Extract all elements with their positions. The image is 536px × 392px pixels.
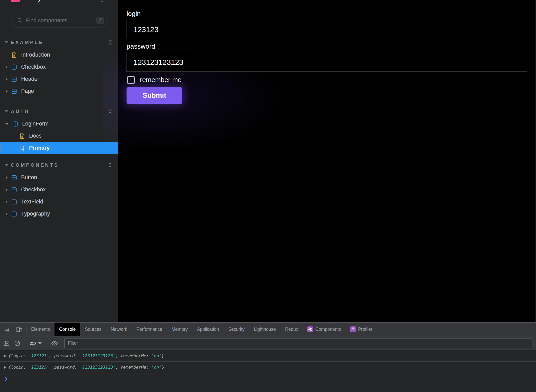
section-components[interactable]: COMPONENTS	[0, 161, 118, 170]
tab-security[interactable]: Security	[224, 323, 249, 336]
toggle-device-toolbar-button[interactable]	[15, 326, 23, 333]
chevron-down-icon	[5, 164, 8, 166]
spacer	[0, 97, 118, 107]
item-label: Docs	[29, 133, 42, 139]
tab-react-components[interactable]: Components	[303, 323, 345, 336]
component-tree: EXAMPLE Introduction Checkbox Header Pag…	[0, 38, 118, 220]
preview-scrollbar[interactable]	[535, 0, 535, 322]
item-label: Header	[21, 76, 39, 82]
login-field[interactable]	[127, 20, 527, 39]
expand-all-icon	[108, 162, 113, 168]
tab-elements[interactable]: Elements	[26, 323, 55, 336]
tab-redux[interactable]: Redux	[280, 323, 303, 336]
separator	[48, 340, 48, 347]
tab-label: Console	[59, 327, 76, 332]
create-live-expression-button[interactable]	[51, 340, 58, 347]
search-icon	[17, 17, 23, 23]
context-selector[interactable]: top	[26, 341, 45, 346]
tab-memory[interactable]: Memory	[167, 323, 192, 336]
sidebar-item-page[interactable]: Page	[0, 85, 118, 97]
remember-me-checkbox[interactable]	[127, 76, 135, 84]
component-icon	[12, 121, 18, 127]
chevron-right-icon[interactable]	[6, 212, 8, 216]
docs-icon	[19, 133, 25, 139]
inspect-cursor-icon	[4, 326, 11, 333]
expand-triangle-icon[interactable]	[4, 354, 6, 358]
brand[interactable]: Storybook	[11, 0, 59, 3]
tab-label: Sources	[85, 327, 101, 332]
sidebar-menu-icon[interactable]: ⌄	[100, 0, 104, 4]
tab-sources[interactable]: Sources	[80, 323, 106, 336]
login-label: login	[127, 10, 527, 18]
chevron-down-icon	[38, 342, 42, 344]
tab-application[interactable]: Application	[192, 323, 224, 336]
storybook-logo-icon	[11, 0, 20, 2]
section-label: COMPONENTS	[11, 162, 107, 168]
console-filter-input[interactable]	[64, 338, 532, 348]
tab-lighthouse[interactable]: Lighthouse	[249, 323, 281, 336]
search-shortcut-badge: /	[96, 17, 104, 24]
context-label: top	[30, 341, 36, 346]
devtools-panel: Elements Console Sources Network Perform…	[0, 322, 536, 392]
tab-performance[interactable]: Performance	[132, 323, 167, 336]
section-example[interactable]: EXAMPLE	[0, 38, 118, 47]
inspect-element-button[interactable]	[4, 326, 11, 333]
tab-label: Memory	[172, 327, 188, 332]
item-label: Typography	[21, 211, 50, 217]
toggle-console-sidebar-button[interactable]	[3, 340, 10, 347]
separator	[25, 340, 25, 347]
tab-label: Redux	[285, 327, 298, 332]
preview-canvas: login password remember me Submit	[118, 0, 536, 322]
tab-react-profiler[interactable]: Profiler	[345, 323, 377, 336]
submit-button[interactable]: Submit	[127, 87, 182, 104]
item-label: LoginForm	[22, 121, 49, 127]
sidebar-item-introduction[interactable]: Introduction	[0, 49, 118, 61]
tab-label: Application	[197, 327, 219, 332]
devtools-tabbar: Elements Console Sources Network Perform…	[0, 323, 536, 336]
chevron-right-icon[interactable]	[6, 77, 8, 81]
react-icon	[350, 326, 356, 332]
eye-icon	[51, 340, 58, 347]
sidebar-item-checkbox-components[interactable]: Checkbox	[0, 184, 118, 196]
spacer	[0, 154, 118, 161]
expand-triangle-icon[interactable]	[4, 366, 6, 369]
expand-all-button[interactable]	[107, 39, 113, 46]
remember-me-row: remember me	[127, 76, 527, 84]
chevron-right-icon[interactable]	[6, 65, 8, 69]
chevron-down-icon[interactable]	[5, 123, 9, 125]
login-form: login password remember me Submit	[127, 10, 527, 104]
sidebar-item-loginform-docs[interactable]: Docs	[0, 130, 118, 142]
expand-all-button[interactable]	[107, 162, 113, 168]
tab-label: Performance	[137, 327, 162, 332]
search-input[interactable]: Find components /	[11, 13, 107, 28]
tab-label: Elements	[31, 327, 50, 332]
clear-console-button[interactable]	[13, 340, 21, 347]
tab-console[interactable]: Console	[55, 323, 80, 336]
chevron-right-icon[interactable]	[6, 188, 8, 192]
chevron-right-icon[interactable]	[6, 90, 8, 93]
sidebar-item-button[interactable]: Button	[0, 172, 118, 184]
remember-me-label: remember me	[140, 76, 182, 84]
sidebar-item-loginform[interactable]: LoginForm	[0, 118, 118, 130]
console-prompt[interactable]	[0, 373, 536, 385]
chevron-down-icon	[5, 41, 8, 43]
sidebar-item-loginform-primary[interactable]: Primary	[0, 142, 118, 154]
section-auth[interactable]: AUTH	[0, 107, 118, 116]
tab-label: Security	[228, 327, 245, 332]
collapse-all-button[interactable]	[107, 108, 113, 115]
tab-network[interactable]: Network	[106, 323, 132, 336]
section-label: AUTH	[11, 109, 107, 114]
item-label: Checkbox	[21, 64, 46, 70]
component-icon	[11, 187, 17, 193]
chevron-right-icon[interactable]	[6, 200, 8, 204]
react-icon	[307, 326, 313, 332]
password-field[interactable]	[127, 53, 527, 72]
sidebar-item-textfield[interactable]: TextField	[0, 196, 118, 208]
chevron-right-icon[interactable]	[6, 176, 8, 180]
sidebar-item-checkbox-example[interactable]: Checkbox	[0, 61, 118, 73]
sidebar-item-header[interactable]: Header	[0, 73, 118, 85]
section-label: EXAMPLE	[11, 40, 107, 45]
component-icon	[11, 175, 17, 181]
sidebar-item-typography[interactable]: Typography	[0, 208, 118, 220]
console-sidebar-icon	[3, 340, 10, 347]
